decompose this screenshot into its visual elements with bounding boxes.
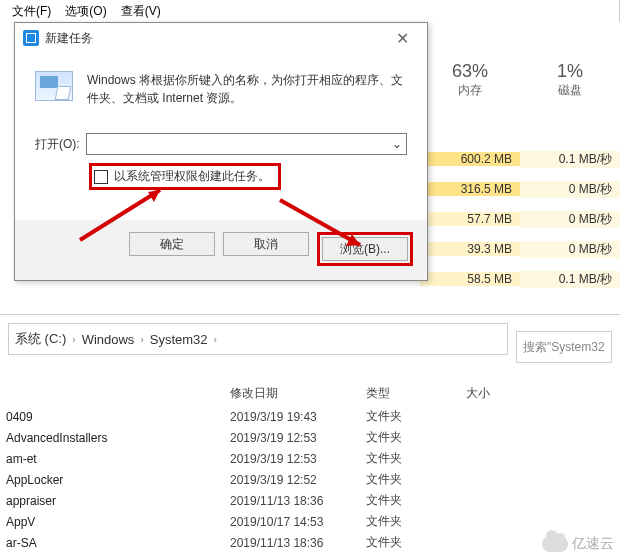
disk-cell: 0 MB/秒 [520,211,620,228]
file-name: AdvancedInstallers [6,431,230,445]
table-row[interactable]: 39.3 MB0 MB/秒 [420,234,620,264]
file-type: 文件夹 [366,513,466,530]
file-name: AppV [6,515,230,529]
menu-file[interactable]: 文件(F) [6,1,57,22]
cancel-button[interactable]: 取消 [223,232,309,256]
file-date: 2019/3/19 19:43 [230,410,366,424]
list-item[interactable]: AppV2019/10/17 14:53文件夹 [4,511,620,532]
file-explorer: 系统 (C:) › Windows › System32 › 搜索"System… [0,314,620,559]
file-type: 文件夹 [366,471,466,488]
cloud-icon [542,536,568,552]
menu-view[interactable]: 查看(V) [115,1,167,22]
table-row[interactable]: 316.5 MB0 MB/秒 [420,174,620,204]
menu-options[interactable]: 选项(O) [59,1,112,22]
col-size[interactable]: 大小 [466,385,546,402]
taskmgr-rows: 600.2 MB0.1 MB/秒316.5 MB0 MB/秒57.7 MB0 M… [420,144,620,294]
table-row[interactable]: 600.2 MB0.1 MB/秒 [420,144,620,174]
disk-cell: 0 MB/秒 [520,241,620,258]
memory-cell: 57.7 MB [420,212,520,226]
table-row[interactable]: 57.7 MB0 MB/秒 [420,204,620,234]
file-date: 2019/11/13 18:36 [230,494,366,508]
file-list: 04092019/3/19 19:43文件夹AdvancedInstallers… [4,406,620,553]
list-item[interactable]: am-et2019/3/19 12:53文件夹 [4,448,620,469]
file-name: am-et [6,452,230,466]
browse-button-highlight: 浏览(B)... [317,232,413,266]
dialog-title: 新建任务 [45,30,93,47]
open-combobox[interactable]: ⌄ [86,133,407,155]
list-item[interactable]: AdvancedInstallers2019/3/19 12:53文件夹 [4,427,620,448]
file-name: appraiser [6,494,230,508]
file-date: 2019/3/19 12:53 [230,431,366,445]
breadcrumb-item[interactable]: Windows [82,332,135,347]
memory-cell: 39.3 MB [420,242,520,256]
disk-cell: 0.1 MB/秒 [520,271,620,288]
chevron-right-icon: › [72,334,75,345]
list-item[interactable]: ar-SA2019/11/13 18:36文件夹 [4,532,620,553]
list-item[interactable]: 04092019/3/19 19:43文件夹 [4,406,620,427]
breadcrumb-item[interactable]: 系统 (C:) [15,330,66,348]
file-type: 文件夹 [366,450,466,467]
menu-bar: 文件(F) 选项(O) 查看(V) [0,0,620,22]
disk-label: 磁盘 [520,82,620,99]
disk-cell: 0.1 MB/秒 [520,151,620,168]
admin-checkbox-highlight: 以系统管理权限创建此任务。 [89,163,281,190]
admin-checkbox[interactable] [94,170,108,184]
list-item[interactable]: AppLocker2019/3/19 12:52文件夹 [4,469,620,490]
chevron-right-icon: › [214,334,217,345]
run-icon [23,30,39,46]
memory-label: 内存 [420,82,520,99]
file-date: 2019/3/19 12:53 [230,452,366,466]
file-name: ar-SA [6,536,230,550]
file-date: 2019/11/13 18:36 [230,536,366,550]
chevron-right-icon: › [140,334,143,345]
dialog-titlebar: 新建任务 ✕ [15,23,427,53]
disk-cell: 0 MB/秒 [520,181,620,198]
open-input[interactable] [87,134,388,154]
taskmgr-header: 63% 内存 1% 磁盘 [420,55,620,105]
run-large-icon [35,71,73,101]
ok-button[interactable]: 确定 [129,232,215,256]
col-type[interactable]: 类型 [366,385,466,402]
memory-cell: 58.5 MB [420,272,520,286]
file-date: 2019/3/19 12:52 [230,473,366,487]
col-date[interactable]: 修改日期 [230,385,366,402]
run-dialog: 新建任务 ✕ Windows 将根据你所键入的名称，为你打开相应的程序、文件夹、… [14,22,428,281]
file-type: 文件夹 [366,408,466,425]
browse-button[interactable]: 浏览(B)... [322,237,408,261]
memory-percent: 63% [420,61,520,82]
dialog-description: Windows 将根据你所键入的名称，为你打开相应的程序、文件夹、文档或 Int… [87,71,407,107]
list-item[interactable]: appraiser2019/11/13 18:36文件夹 [4,490,620,511]
open-label: 打开(O): [35,136,80,153]
breadcrumb[interactable]: 系统 (C:) › Windows › System32 › [8,323,508,355]
file-name: 0409 [6,410,230,424]
breadcrumb-item[interactable]: System32 [150,332,208,347]
file-date: 2019/10/17 14:53 [230,515,366,529]
file-name: AppLocker [6,473,230,487]
close-icon[interactable]: ✕ [386,25,419,52]
chevron-down-icon[interactable]: ⌄ [388,137,406,151]
memory-cell: 316.5 MB [420,182,520,196]
disk-percent: 1% [520,61,620,82]
file-type: 文件夹 [366,492,466,509]
table-row[interactable]: 58.5 MB0.1 MB/秒 [420,264,620,294]
file-type: 文件夹 [366,429,466,446]
memory-cell: 600.2 MB [420,152,520,166]
admin-checkbox-label: 以系统管理权限创建此任务。 [114,168,270,185]
search-input[interactable]: 搜索"System32 [516,331,612,363]
file-type: 文件夹 [366,534,466,551]
column-headers: 修改日期 类型 大小 [230,385,620,402]
watermark: 亿速云 [542,535,614,553]
